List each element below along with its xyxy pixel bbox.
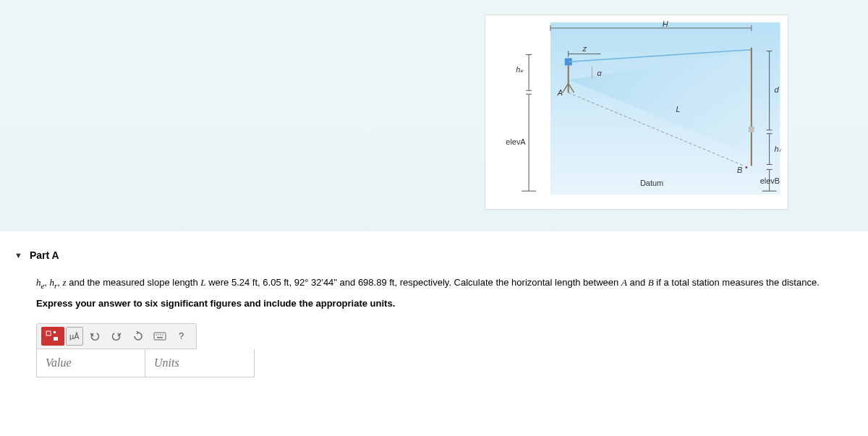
svg-point-49 (158, 334, 159, 335)
svg-text:B: B (737, 166, 742, 174)
svg-rect-52 (157, 337, 163, 338)
part-a-section: ▼ Part A he, hr, z and the measured slop… (0, 231, 868, 385)
help-button[interactable]: ? (171, 327, 192, 346)
diagram-container: H z α hₑ A (485, 14, 788, 210)
svg-text:α: α (597, 69, 602, 77)
svg-text:Datum: Datum (640, 179, 663, 187)
svg-point-38 (745, 166, 747, 168)
svg-rect-44 (46, 331, 51, 335)
svg-rect-47 (154, 333, 166, 340)
svg-point-48 (156, 334, 157, 335)
collapse-arrow-icon[interactable]: ▼ (14, 251, 22, 260)
special-char-button[interactable]: µÅ (66, 327, 83, 346)
units-input[interactable] (145, 349, 254, 377)
undo-icon (90, 331, 100, 341)
keyboard-button[interactable] (150, 327, 170, 346)
svg-text:z: z (582, 44, 587, 53)
redo-icon (111, 331, 122, 341)
part-header[interactable]: ▼ Part A (14, 239, 854, 261)
instruction-text: Express your answer to six significant f… (36, 298, 854, 309)
svg-text:hᵣ: hᵣ (775, 145, 782, 153)
input-row (36, 349, 255, 377)
reset-button[interactable] (128, 327, 148, 346)
part-title: Part A (30, 249, 59, 261)
svg-point-51 (162, 334, 163, 335)
svg-text:d: d (775, 85, 780, 94)
surveying-diagram: H z α hₑ A (485, 15, 788, 209)
question-text: he, hr, z and the measured slope length … (36, 275, 854, 292)
svg-text:H: H (663, 20, 668, 28)
svg-text:L: L (676, 105, 681, 114)
svg-rect-45 (54, 331, 56, 333)
question-values: 5.24 ft, 6.05 ft, 92° 32'44" and 698.89 … (231, 277, 395, 288)
value-input[interactable] (37, 349, 145, 377)
svg-text:hₑ: hₑ (516, 65, 524, 74)
svg-text:elevA: elevA (506, 137, 526, 146)
redo-button[interactable] (106, 327, 127, 346)
keyboard-icon (153, 332, 166, 341)
svg-text:elevB: elevB (760, 176, 780, 185)
reset-icon (133, 331, 143, 341)
template-icon (46, 330, 60, 342)
svg-text:A: A (557, 88, 563, 97)
diagram-section: H z α hₑ A (0, 0, 868, 231)
question-suffix: , respectively. Calculate the horizontal… (394, 277, 819, 288)
answer-area: µÅ (36, 323, 854, 377)
template-button[interactable] (41, 327, 64, 346)
undo-button[interactable] (85, 327, 105, 346)
svg-point-50 (160, 334, 161, 335)
svg-rect-46 (54, 337, 58, 341)
svg-rect-32 (749, 127, 754, 132)
answer-toolbar: µÅ (36, 323, 197, 349)
